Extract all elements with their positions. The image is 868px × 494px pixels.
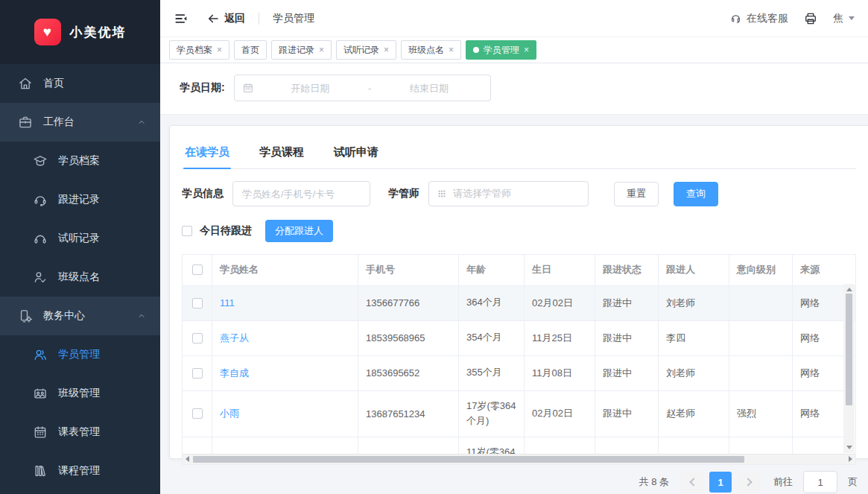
close-tag-icon[interactable]: × [384,45,389,54]
panel-tab-1[interactable]: 学员课程 [258,139,305,168]
today-follow-label: 今日待跟进 [200,224,252,238]
brand-name: 小美优培 [70,24,127,41]
teacher-select[interactable]: 请选择学管师 [428,181,589,206]
scroll-left-icon[interactable] [186,456,189,462]
sidebar-item-3[interactable]: 跟进记录 [0,180,160,219]
select-all-checkbox[interactable] [192,265,203,275]
back-button[interactable]: 返回 [206,12,245,25]
sidebar-item-9[interactable]: 课表管理 [0,413,160,452]
row-checkbox[interactable] [192,333,203,343]
cell-name: 小雨 [212,391,358,437]
date-range-picker[interactable]: - [234,75,491,101]
row-checkbox[interactable] [192,298,203,308]
view-tag-4[interactable]: 班级点名× [401,40,461,60]
start-date-input[interactable] [257,83,364,94]
assign-follower-button[interactable]: 分配跟进人 [265,220,333,242]
table-body: 1111356677766364个月02月02日跟进中刘老师网络燕子从18539… [183,286,855,454]
sidebar-item-7[interactable]: 学员管理 [0,335,160,374]
sidebar-item-8[interactable]: 班级管理 [0,374,160,413]
table-row: 苏州1323333222211岁(零364个月)02月01日未跟进刘老师转介绍 [183,437,855,454]
online-service-button[interactable]: 在线客服 [729,12,788,25]
close-tag-icon[interactable]: × [524,45,529,54]
sidebar-item-label: 学员管理 [58,348,100,361]
sidebar-item-4[interactable]: 试听记录 [0,219,160,258]
horizontal-scroll-thumb[interactable] [193,456,744,463]
end-date-input[interactable] [376,83,482,94]
today-follow-checkbox[interactable] [182,226,192,236]
goto-page-input[interactable] [803,471,837,493]
close-tag-icon[interactable]: × [217,45,222,54]
topbar-divider [259,13,259,25]
teacher-label: 学管师 [388,187,419,200]
brand-logo-heart-icon: ♥ [34,19,61,45]
panel-tab-2[interactable]: 试听申请 [332,139,380,168]
main-area: 返回 学员管理 在线客服 焦 学员档案×首页跟进记录×试听记录×班级点名×学员管… [160,0,868,494]
horizontal-scrollbar[interactable] [183,454,855,464]
cell-phone: 18539568965 [358,321,459,355]
close-tag-icon[interactable]: × [319,45,324,54]
student-name-link[interactable]: 燕子从 [220,332,249,345]
cell-phone: 1853695652 [358,356,459,390]
view-tag-label: 学员管理 [484,44,519,57]
sidebar: ♥ 小美优培 首页工作台学员档案跟进记录试听记录班级点名教务中心学员管理班级管理… [0,0,160,494]
row-select-cell [183,321,212,355]
reset-button[interactable]: 重置 [614,182,659,206]
sidebar-collapse-icon[interactable] [174,11,189,26]
view-tag-3[interactable]: 试听记录× [336,40,396,60]
cell-intent [729,321,793,355]
app-root: ♥ 小美优培 首页工作台学员档案跟进记录试听记录班级点名教务中心学员管理班级管理… [0,0,868,494]
home-icon [18,76,33,91]
team-icon [33,386,48,401]
date-range-separator: - [367,83,373,94]
cell-intent [729,356,793,390]
sidebar-item-0[interactable]: 首页 [0,64,160,103]
scroll-up-icon[interactable] [846,288,852,291]
device-gear-icon [18,308,33,323]
row-checkbox[interactable] [192,368,203,379]
cell-birthday: 02月02日 [525,391,595,437]
user-name: 焦 [833,12,843,25]
prev-page-button[interactable] [681,472,703,493]
scroll-down-icon[interactable] [846,446,852,449]
cell-age: 355个月 [459,356,525,390]
user-menu[interactable]: 焦 [833,12,855,25]
active-tag-dot-icon [473,47,479,53]
sidebar-item-10[interactable]: 课程管理 [0,452,160,490]
student-name-link[interactable]: 李自成 [220,367,249,380]
scroll-right-icon[interactable] [849,456,852,462]
sidebar-item-5[interactable]: 班级点名 [0,258,160,297]
cell-phone: 13687651234 [358,391,459,437]
sidebar-item-label: 班级点名 [58,270,100,284]
cell-name: 燕子从 [212,321,358,355]
sidebar-item-1[interactable]: 工作台 [0,103,160,142]
cell-follower: 刘老师 [659,437,729,454]
student-info-input[interactable] [232,181,370,206]
next-page-button[interactable] [738,472,760,493]
printer-icon[interactable] [803,11,818,26]
sidebar-item-6[interactable]: 教务中心 [0,297,160,335]
view-tag-5[interactable]: 学员管理× [466,40,536,60]
cell-status: 未跟进 [595,437,659,454]
column-header-5: 跟进人 [659,255,729,285]
student-name-link[interactable]: 小雨 [220,407,239,420]
close-tag-icon[interactable]: × [449,45,454,54]
panel-tab-0[interactable]: 在读学员 [183,139,231,168]
row-select-cell [183,356,212,390]
view-tag-2[interactable]: 跟进记录× [271,40,332,60]
calendar-icon [242,82,254,94]
column-header-4: 跟进状态 [595,255,659,285]
row-select-cell [183,286,212,320]
view-tag-1[interactable]: 首页 [234,40,267,60]
sidebar-item-2[interactable]: 学员档案 [0,142,160,180]
current-page-button[interactable]: 1 [709,472,732,493]
column-header-3: 生日 [525,255,595,285]
query-button[interactable]: 查询 [674,182,718,206]
row-checkbox[interactable] [192,408,203,419]
cell-intent [729,437,793,454]
vertical-scroll-thumb[interactable] [846,294,852,405]
vertical-scrollbar[interactable] [843,284,855,453]
view-tag-0[interactable]: 学员档案× [169,40,229,60]
cell-birthday: 11月08日 [525,356,595,390]
sidebar-item-label: 首页 [43,77,64,90]
student-name-link[interactable]: 111 [220,297,235,308]
